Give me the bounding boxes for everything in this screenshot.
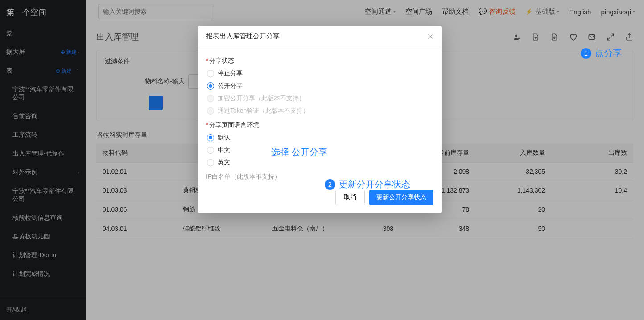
radio-icon [207,159,214,166]
close-icon [427,33,433,40]
annotation-step1: 1 点分享 [581,47,622,59]
share-status-label: *分享状态 [206,57,433,65]
radio-stop-share[interactable]: 停止分享 [207,70,433,78]
lang-env-label: *分享页面语言环境 [206,121,433,129]
radio-encrypted-share: 加密公开分享（此版本不支持） [207,94,433,103]
annotation-step2: 2 更新分开分享状态 [325,178,410,190]
modal-title: 报表出入库管理公开分享 [206,32,280,41]
annotation-step1-text: 点分享 [595,47,622,59]
cancel-button[interactable]: 取消 [335,190,365,205]
step-badge-1: 1 [581,48,591,59]
modal-header: 报表出入库管理公开分享 [198,26,442,47]
modal-close-button[interactable] [427,33,433,40]
radio-lang-default[interactable]: 默认 [207,134,433,142]
radio-token-share: 通过Token验证（此版本不支持） [207,107,433,115]
radio-icon [207,134,214,141]
radio-icon [207,107,214,115]
annotation-choose: 选择 公开分享 [271,146,327,158]
radio-icon [207,82,214,90]
radio-icon [207,95,214,102]
step-badge-2: 2 [325,179,335,190]
share-status-group: 停止分享 公开分享 加密公开分享（此版本不支持） 通过Token验证（此版本不支… [206,70,433,115]
radio-public-share[interactable]: 公开分享 [207,82,433,90]
radio-icon [207,70,214,77]
radio-icon [207,147,214,154]
update-share-status-button[interactable]: 更新公开分享状态 [369,190,433,205]
annotation-step2-text: 更新分开分享状态 [339,178,410,190]
radio-lang-en[interactable]: 英文 [207,159,433,167]
